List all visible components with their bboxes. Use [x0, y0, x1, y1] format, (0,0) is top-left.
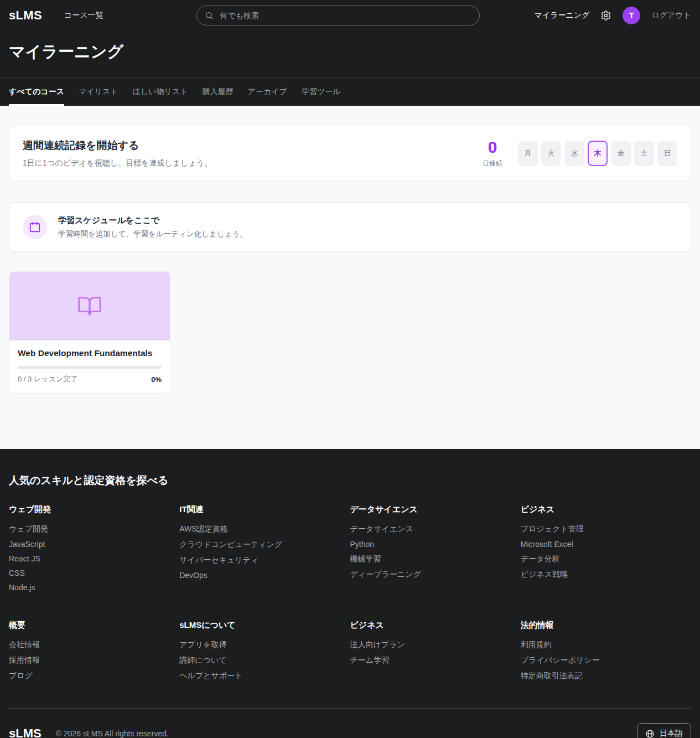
schedule-card[interactable]: 学習スケジュールをここで 学習時間を追加して、学習をルーティン化しましょう。 [9, 202, 691, 252]
tabs: すべてのコースマイリストほしい物リスト購入履歴アーカイブ学習ツール [0, 78, 700, 106]
header-actions: マイラーニング T ログアウト [534, 7, 691, 24]
company-col-3: 法的情報利用規約プライバシーポリシー特定商取引法表記 [521, 620, 691, 684]
schedule-title: 学習スケジュールをここで [58, 215, 247, 226]
tab-3[interactable]: 購入履歴 [203, 78, 234, 106]
topic-link-0-0[interactable]: ウェブ開発 [9, 522, 179, 537]
company-link-3-1[interactable]: プライバシーポリシー [521, 653, 691, 668]
streak-counter: 0 日連続 [483, 139, 502, 168]
company-link-0-2[interactable]: ブログ [9, 668, 179, 684]
company-link-0-0[interactable]: 会社情報 [9, 637, 179, 653]
page-hero: マイラーニング [0, 31, 700, 78]
topic-link-2-0[interactable]: データサイエンス [350, 522, 521, 537]
my-learning-link[interactable]: マイラーニング [534, 11, 589, 20]
topic-link-3-2[interactable]: データ分析 [521, 551, 691, 567]
topic-col-title-1: IT関連 [179, 504, 350, 515]
company-link-2-1[interactable]: チーム学習 [350, 653, 521, 668]
streak-description: 1日に1つのビデオを視聴し、目標を達成しましょう。 [23, 158, 212, 168]
progress-percent: 0% [151, 375, 162, 384]
company-col-title-0: 概要 [9, 620, 179, 631]
company-link-1-0[interactable]: アプリを取得 [179, 637, 350, 653]
day-pill-3[interactable]: 木 [588, 141, 608, 166]
topic-link-2-1[interactable]: Python [350, 537, 521, 551]
search-input[interactable] [219, 11, 471, 20]
tab-0[interactable]: すべてのコース [9, 78, 64, 106]
company-link-1-2[interactable]: ヘルプとサポート [179, 668, 350, 684]
search-bar[interactable] [196, 6, 480, 25]
topic-link-2-2[interactable]: 機械学習 [350, 551, 521, 567]
topic-link-0-3[interactable]: CSS [9, 566, 179, 580]
day-pill-2[interactable]: 水 [564, 141, 584, 166]
day-pill-4[interactable]: 金 [611, 141, 631, 166]
footer-logo[interactable]: sLMS [9, 726, 42, 738]
company-col-title-3: 法的情報 [521, 620, 691, 631]
streak-title: 週間連続記録を開始する [23, 138, 212, 153]
main-content: 週間連続記録を開始する 1日に1つのビデオを視聴し、目標を達成しましょう。 0 … [0, 106, 700, 449]
topic-col-3: ビジネスプロジェクト管理Microsoft Excelデータ分析ビジネス戦略 [521, 504, 691, 595]
topic-col-title-0: ウェブ開発 [9, 504, 179, 515]
app-logo[interactable]: sLMS [9, 8, 42, 23]
topic-link-2-3[interactable]: ディープラーニング [350, 567, 521, 582]
company-col-0: 概要会社情報採用情報ブログ [9, 620, 179, 684]
tab-2[interactable]: ほしい物リスト [133, 78, 188, 106]
footer-topic-columns: ウェブ開発ウェブ開発JavaScriptReact JSCSSNode.jsIT… [9, 504, 691, 595]
day-pill-5[interactable]: 土 [634, 141, 654, 166]
topic-link-3-3[interactable]: ビジネス戦略 [521, 567, 691, 582]
topic-link-1-1[interactable]: クラウドコンピューティング [179, 537, 350, 553]
logout-link[interactable]: ログアウト [651, 11, 691, 20]
topic-col-0: ウェブ開発ウェブ開発JavaScriptReact JSCSSNode.js [9, 504, 179, 595]
topic-col-title-2: データサイエンス [350, 504, 521, 515]
topic-link-1-2[interactable]: サイバーセキュリティ [179, 553, 350, 568]
topic-link-1-3[interactable]: DevOps [179, 568, 350, 582]
topic-col-1: IT関連AWS認定資格クラウドコンピューティングサイバーセキュリティDevOps [179, 504, 350, 595]
company-col-2: ビジネス法人向けプランチーム学習 [350, 620, 521, 684]
open-book-icon [77, 293, 102, 319]
course-info: Web Development Fundamentals 0 / 3 レッスン完… [9, 340, 170, 393]
topic-link-3-0[interactable]: プロジェクト管理 [521, 522, 691, 537]
streak-text: 週間連続記録を開始する 1日に1つのビデオを視聴し、目標を達成しましょう。 [23, 138, 212, 168]
nav-courses-link[interactable]: コース一覧 [64, 11, 103, 20]
course-stats: 0 / 3 レッスン完了 0% [18, 374, 162, 384]
course-thumbnail [9, 272, 170, 340]
footer-heading: 人気のスキルと認定資格を探べる [9, 473, 691, 488]
company-link-0-1[interactable]: 採用情報 [9, 653, 179, 668]
footer: 人気のスキルと認定資格を探べる ウェブ開発ウェブ開発JavaScriptReac… [0, 449, 700, 738]
course-card[interactable]: Web Development Fundamentals 0 / 3 レッスン完… [9, 271, 170, 394]
topic-col-title-3: ビジネス [521, 504, 691, 515]
company-link-3-0[interactable]: 利用規約 [521, 637, 691, 653]
streak-count-label: 日連続 [483, 159, 502, 168]
tab-4[interactable]: アーカイブ [248, 78, 287, 106]
topic-link-0-1[interactable]: JavaScript [9, 537, 179, 551]
lessons-completed: 0 / 3 レッスン完了 [18, 374, 77, 384]
gear-icon[interactable] [600, 10, 611, 21]
progress-bar [18, 366, 162, 369]
streak-card: 週間連続記録を開始する 1日に1つのビデオを視聴し、目標を達成しましょう。 0 … [9, 126, 691, 181]
schedule-text: 学習スケジュールをここで 学習時間を追加して、学習をルーティン化しましょう。 [58, 215, 247, 239]
tab-1[interactable]: マイリスト [79, 78, 118, 106]
streak-count-number: 0 [483, 139, 502, 156]
company-link-3-2[interactable]: 特定商取引法表記 [521, 668, 691, 684]
footer-bottom: sLMS © 2026 sLMS All rights reserved. 日本… [9, 709, 691, 738]
avatar[interactable]: T [623, 7, 640, 24]
tab-5[interactable]: 学習ツール [302, 78, 341, 106]
calendar-icon [23, 215, 47, 239]
day-pill-1[interactable]: 火 [541, 141, 561, 166]
copyright-text: © 2026 sLMS All rights reserved. [56, 729, 169, 738]
company-col-1: sLMSについてアプリを取得講師についてヘルプとサポート [179, 620, 350, 684]
day-pill-6[interactable]: 日 [657, 141, 677, 166]
page-title: マイラーニング [9, 41, 691, 63]
topic-link-0-2[interactable]: React JS [9, 551, 179, 566]
week-days: 月火水木金土日 [518, 141, 677, 166]
topic-col-2: データサイエンスデータサイエンスPython機械学習ディープラーニング [350, 504, 521, 595]
language-label: 日本語 [660, 729, 683, 738]
globe-icon [645, 729, 655, 738]
day-pill-0[interactable]: 月 [518, 141, 538, 166]
footer-company-columns: 概要会社情報採用情報ブログsLMSについてアプリを取得講師についてヘルプとサポー… [9, 620, 691, 684]
company-col-title-2: ビジネス [350, 620, 521, 631]
topic-link-0-4[interactable]: Node.js [9, 580, 179, 595]
topic-link-3-1[interactable]: Microsoft Excel [521, 537, 691, 551]
language-button[interactable]: 日本語 [637, 723, 691, 738]
topic-link-1-0[interactable]: AWS認定資格 [179, 522, 350, 537]
company-link-2-0[interactable]: 法人向けプラン [350, 637, 521, 653]
app-header: sLMS コース一覧 マイラーニング T ログアウト [0, 0, 700, 31]
company-link-1-1[interactable]: 講師について [179, 653, 350, 668]
